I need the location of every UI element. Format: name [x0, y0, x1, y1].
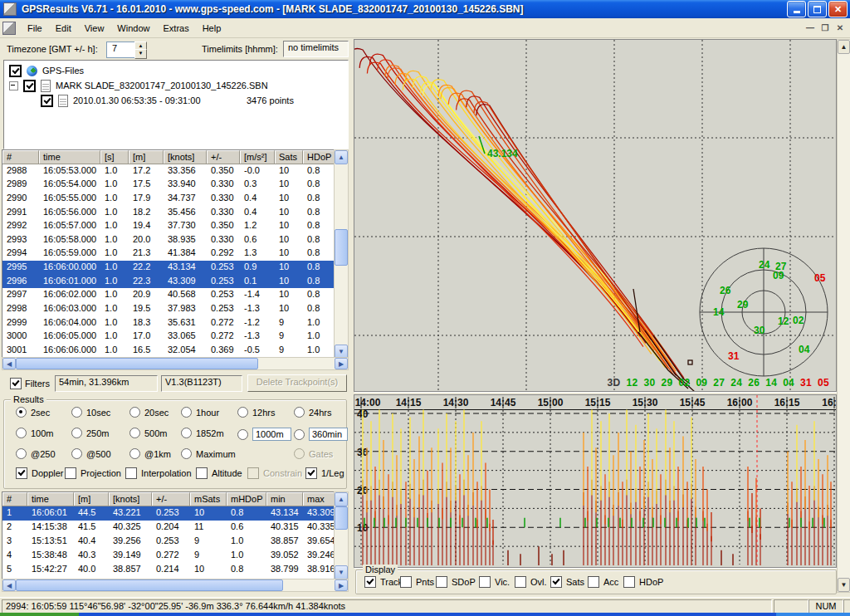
column-header[interactable]: [s] — [100, 150, 129, 164]
radio-360min[interactable]: 360min — [294, 428, 348, 441]
file-checkbox[interactable] — [23, 80, 36, 92]
checkbox-1-leg[interactable]: 1/Leg — [305, 467, 344, 479]
table-row[interactable]: 298816:05:53.0001.017.233.3560.350-0.010… — [2, 164, 335, 178]
column-header[interactable]: min — [266, 492, 303, 506]
table-row[interactable]: 299316:05:58.0001.020.038.9350.3300.6100… — [2, 233, 335, 247]
hscroll-thumb[interactable] — [16, 358, 258, 369]
scroll-left-icon[interactable]: ◀ — [2, 358, 16, 369]
table-row[interactable]: 515:42:2740.038.8570.214100.838.79938.91… — [2, 563, 335, 577]
radio-control[interactable] — [294, 448, 305, 459]
checkbox-interpolation[interactable]: Interpolation — [125, 467, 192, 479]
radio-1000m[interactable]: 1000m — [237, 428, 291, 441]
checkbox-display-sdop[interactable]: SDoP — [436, 576, 476, 588]
checkbox-control[interactable] — [364, 576, 376, 588]
radio-2sec[interactable]: 2sec — [16, 407, 50, 418]
column-header[interactable]: time — [39, 150, 100, 164]
radio-control[interactable] — [129, 407, 140, 418]
gps-files-checkbox[interactable] — [9, 65, 22, 77]
radio-control[interactable] — [129, 428, 140, 438]
option-input-360min[interactable]: 360min — [309, 428, 348, 441]
checkbox-display-ovl-[interactable]: Ovl. — [515, 576, 547, 588]
table-row[interactable]: 299416:05:59.0001.021.341.3840.2921.3100… — [2, 247, 335, 261]
radio-1852m[interactable]: 1852m — [181, 428, 224, 438]
vscroll-thumb[interactable] — [335, 229, 348, 266]
column-header[interactable]: mHDoP — [227, 492, 266, 506]
checkbox-altitude[interactable]: Altitude — [196, 467, 242, 479]
option-input-1000m[interactable]: 1000m — [252, 428, 291, 441]
menu-edit[interactable]: Edit — [49, 21, 78, 36]
minimize-button[interactable] — [787, 1, 806, 17]
radio-control[interactable] — [181, 448, 192, 459]
scroll-down-icon[interactable]: ▼ — [838, 578, 850, 592]
restore-button[interactable] — [808, 1, 827, 17]
radio-maximum[interactable]: Maximum — [181, 448, 236, 459]
table-row[interactable]: 299816:06:03.0001.019.537.9830.253-1.310… — [2, 302, 335, 316]
scroll-up-icon[interactable]: ▲ — [838, 40, 850, 54]
scroll-down-icon[interactable]: ▼ — [335, 565, 348, 579]
checkbox-control[interactable] — [400, 576, 412, 588]
menu-help[interactable]: Help — [196, 21, 228, 36]
radio-1hour[interactable]: 1hour — [181, 407, 219, 418]
checkbox-control[interactable] — [550, 576, 562, 588]
radio-control[interactable] — [16, 428, 27, 438]
table-row[interactable]: 300116:06:06.0001.016.532.0540.369-0.591… — [2, 344, 335, 358]
checkbox-display-sats[interactable]: Sats — [550, 576, 584, 588]
radio-control[interactable] — [71, 448, 82, 459]
column-header[interactable]: max — [303, 492, 335, 506]
speed-time-graph[interactable]: 14:0014:1514:3014:4515:0015:1515:3015:45… — [354, 394, 837, 568]
radio-12hrs[interactable]: 12hrs — [237, 407, 276, 418]
tree-item-gps-files[interactable]: GPS-Files — [4, 63, 348, 78]
table-row[interactable]: 299016:05:55.0001.017.934.7370.3300.4100… — [2, 192, 335, 206]
checkbox-display-acc[interactable]: Acc — [588, 576, 618, 588]
table-row[interactable]: 298916:05:54.0001.017.533.9400.3300.3100… — [2, 178, 335, 192]
checkbox-control[interactable] — [65, 467, 76, 479]
checkbox-control[interactable] — [436, 576, 447, 588]
collapse-icon[interactable] — [9, 81, 18, 90]
checkbox-display-pnts[interactable]: Pnts — [400, 576, 434, 588]
radio-100m[interactable]: 100m — [16, 428, 54, 438]
radio-250m[interactable]: 250m — [71, 428, 110, 438]
radio-control[interactable] — [237, 429, 248, 440]
delete-trackpoints-button[interactable]: Delete Trackpoint(s) — [247, 374, 347, 392]
vscroll-thumb[interactable] — [335, 506, 348, 530]
radio-control[interactable] — [294, 429, 305, 440]
column-header[interactable]: +/- — [207, 150, 240, 164]
column-header[interactable]: # — [2, 150, 39, 164]
column-header[interactable]: [m] — [129, 150, 164, 164]
mdi-close-button[interactable]: ✕ — [833, 22, 847, 34]
menu-view[interactable]: View — [78, 21, 111, 36]
radio--1km[interactable]: @1km — [129, 448, 171, 459]
table-row[interactable]: 299916:06:04.0001.018.335.6310.272-1.291… — [2, 316, 335, 330]
checkbox-control[interactable] — [588, 576, 599, 588]
trackpoint-table-hscrollbar[interactable]: ◀ ▶ — [2, 357, 349, 370]
scroll-up-icon[interactable]: ▲ — [335, 150, 348, 164]
column-header[interactable]: time — [27, 492, 74, 506]
table-row[interactable]: 315:13:5140.439.2560.25391.038.85739.654 — [2, 535, 335, 549]
radio--500[interactable]: @500 — [71, 448, 111, 459]
checkbox-control[interactable] — [479, 576, 491, 588]
checkbox-constrain[interactable]: Constrain — [247, 467, 302, 479]
scroll-left-icon[interactable]: ◀ — [2, 579, 16, 591]
column-header[interactable]: [m] — [74, 492, 109, 506]
radio-control[interactable] — [71, 428, 82, 438]
scroll-right-icon[interactable]: ▶ — [335, 579, 348, 591]
table-row[interactable]: 415:38:4840.339.1490.27291.039.05239.246 — [2, 549, 335, 563]
timelimits-value[interactable]: no timelimits — [283, 41, 349, 57]
scroll-up-icon[interactable]: ▲ — [335, 492, 348, 506]
timezone-spinner[interactable]: 7 — [106, 42, 135, 58]
radio-control[interactable] — [16, 448, 27, 459]
tree-item-file[interactable]: MARK SLADE_832001747_20100130_145226.SBN — [4, 78, 348, 93]
checkbox-control[interactable] — [247, 467, 259, 479]
table-row[interactable]: 299616:06:01.0001.022.343.3090.2530.1100… — [2, 275, 335, 289]
radio-control[interactable] — [71, 407, 82, 418]
results-table-vscrollbar[interactable]: ▲ ▼ — [334, 491, 349, 579]
menu-file[interactable]: File — [21, 21, 49, 36]
column-header[interactable]: mSats — [190, 492, 227, 506]
filters-checkbox[interactable] — [10, 378, 22, 389]
column-header[interactable]: +/- — [152, 492, 190, 506]
checkbox-display-vic-[interactable]: Vic. — [479, 576, 510, 588]
timezone-spin-down[interactable]: ▼ — [134, 49, 147, 59]
filters-summary-field[interactable]: 54min, 31.396km — [55, 375, 158, 392]
radio-24hrs[interactable]: 24hrs — [294, 407, 332, 418]
radio-500m[interactable]: 500m — [129, 428, 168, 438]
